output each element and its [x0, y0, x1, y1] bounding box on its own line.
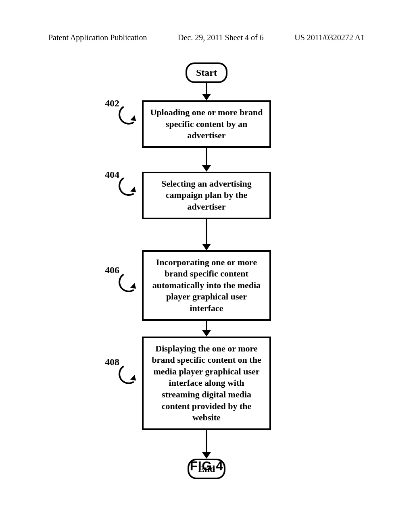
- step-408: Displaying the one or more brand specifi…: [142, 337, 271, 430]
- figure-caption: FIG.4: [0, 459, 413, 474]
- step-406-text: Incorporating one or more brand specific…: [152, 257, 261, 313]
- ref-arc-404: [117, 174, 140, 197]
- header-pub-number: US 2011/0320272 A1: [294, 33, 365, 42]
- step-404-text: Selecting an advertising campaign plan b…: [161, 179, 252, 212]
- arrow-406-to-408: [202, 321, 211, 337]
- step-402-text: Uploading one or more brand specific con…: [150, 107, 263, 140]
- page-header: Patent Application Publication Dec. 29, …: [0, 33, 413, 42]
- ref-label-406: 406: [105, 264, 119, 276]
- ref-arc-406: [117, 270, 140, 294]
- ref-label-408: 408: [105, 356, 119, 368]
- arrow-404-to-406: [202, 219, 211, 250]
- ref-arc-408: [117, 362, 140, 386]
- flowchart: Start Uploading one or more brand specif…: [0, 62, 413, 479]
- patent-page: Patent Application Publication Dec. 29, …: [0, 0, 413, 532]
- arrow-start-to-402: [202, 83, 211, 100]
- step-408-text: Displaying the one or more brand specifi…: [152, 343, 261, 423]
- step-406: Incorporating one or more brand specific…: [142, 250, 271, 321]
- ref-arc-402: [117, 102, 140, 126]
- ref-label-404: 404: [105, 168, 119, 181]
- arrow-402-to-404: [202, 148, 211, 172]
- arrow-408-to-end: [202, 430, 211, 459]
- header-publication: Patent Application Publication: [48, 33, 147, 42]
- start-terminator: Start: [186, 62, 227, 83]
- header-date-sheet: Dec. 29, 2011 Sheet 4 of 6: [178, 33, 264, 42]
- ref-label-402: 402: [105, 97, 119, 110]
- step-402: Uploading one or more brand specific con…: [142, 100, 271, 148]
- step-404: Selecting an advertising campaign plan b…: [142, 172, 271, 219]
